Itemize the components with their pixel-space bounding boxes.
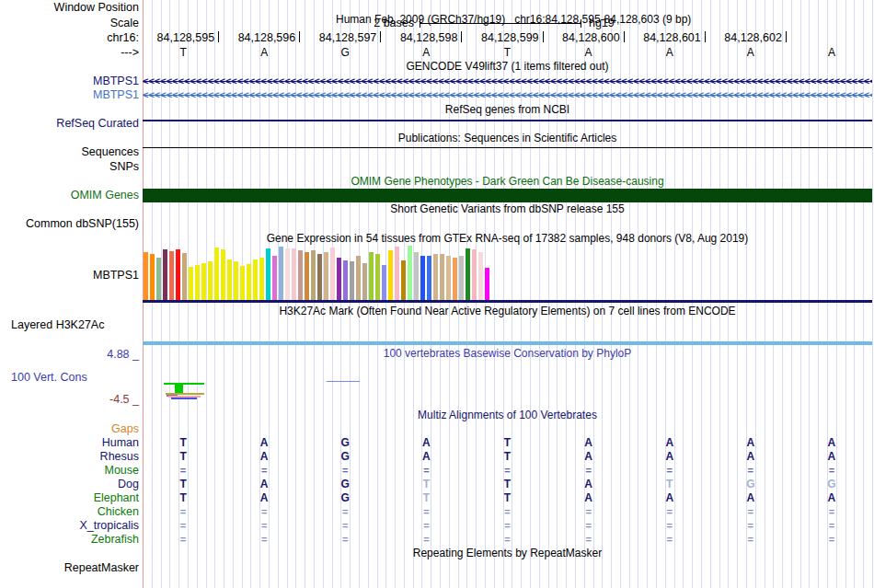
alignment-base-zebrafish[interactable]: = [579,534,599,546]
phylop-score-mark[interactable] [327,381,360,382]
gtex-tissue-bar[interactable] [324,252,328,300]
alignment-base-elephant[interactable]: A [741,492,761,504]
alignment-base-zebrafish[interactable]: = [822,534,842,546]
alignment-base-zebrafish[interactable]: = [335,534,355,546]
track-label-layered-h3k27ac[interactable]: Layered H3K27Ac [11,319,104,331]
alignment-base-dog[interactable]: A [254,478,274,490]
alignment-base-x_tropicalis[interactable]: = [741,520,761,532]
gtex-tissue-bar[interactable] [427,256,431,300]
gtex-tissue-bar[interactable] [440,254,444,300]
gtex-tissue-bar[interactable] [150,254,155,300]
gtex-tissue-bar[interactable] [259,258,264,300]
gtex-tissue-bar[interactable] [369,252,374,300]
gtex-tissue-bar[interactable] [472,249,477,300]
alignment-base-rhesus[interactable]: A [822,451,842,463]
alignment-base-zebrafish[interactable]: = [416,534,436,546]
track-label-omim-genes[interactable]: OMIM Genes [0,190,139,202]
gtex-tissue-bar[interactable] [169,251,174,300]
layered-h3k27ac-signal-bar[interactable] [143,341,872,345]
alignment-base-elephant[interactable]: A [660,492,680,504]
alignment-base-elephant[interactable]: A [579,492,599,504]
alignment-base-x_tropicalis[interactable]: = [579,520,599,532]
gtex-tissue-bar[interactable] [388,250,393,300]
gtex-tissue-bar[interactable] [362,263,367,300]
track-label-common-dbsnp-155-[interactable]: Common dbSNP(155) [0,218,139,230]
gtex-tissue-bar[interactable] [311,250,316,300]
gtex-tissue-bar[interactable] [247,264,251,300]
track-label-4-88-[interactable]: 4.88 _ [0,349,139,361]
phylop-score-mark[interactable] [164,383,204,385]
alignment-base-dog[interactable]: G [741,478,761,490]
gtex-tissue-bar[interactable] [182,253,187,300]
track-label-zebrafish[interactable]: Zebrafish [0,534,139,546]
track-label-elephant[interactable]: Elephant [0,492,139,504]
alignment-base-elephant[interactable]: A [822,492,842,504]
alignment-base-mouse[interactable]: = [498,465,518,477]
alignment-base-dog[interactable]: G [335,478,355,490]
track-label--4-5-[interactable]: -4.5 _ [0,394,139,406]
alignment-base-dog[interactable]: T [416,478,436,490]
gtex-tissue-bar[interactable] [485,268,489,300]
alignment-base-mouse[interactable]: = [173,465,193,477]
gtex-tissue-bar[interactable] [195,265,200,300]
alignment-base-x_tropicalis[interactable]: = [498,520,518,532]
alignment-base-mouse[interactable]: = [822,465,842,477]
alignment-base-human[interactable]: T [498,437,518,449]
gtex-tissue-bar[interactable] [279,247,283,300]
gtex-tissue-bar[interactable] [478,252,483,300]
alignment-base-chicken[interactable]: = [335,506,355,518]
alignment-base-rhesus[interactable]: A [416,451,436,463]
alignment-base-dog[interactable]: T [498,478,518,490]
gtex-tissue-bar[interactable] [240,266,245,300]
track-label-scale[interactable]: Scale [0,17,139,29]
gtex-tissue-bar[interactable] [214,248,219,300]
track-label-100-vert-cons[interactable]: 100 Vert. Cons [11,372,87,384]
alignment-base-elephant[interactable]: A [254,492,274,504]
gtex-tissue-bar[interactable] [453,258,457,300]
alignment-base-chicken[interactable]: = [416,506,436,518]
gtex-tissue-bar[interactable] [395,247,399,300]
gtex-tissue-bar[interactable] [408,246,412,300]
alignment-base-chicken[interactable]: = [660,506,680,518]
gtex-tissue-bar[interactable] [343,260,348,300]
gtex-tissue-bar[interactable] [189,267,193,300]
alignment-base-human[interactable]: A [579,437,599,449]
track-label-repeatmasker[interactable]: RepeatMasker [0,562,139,574]
track-label-mbtps1[interactable]: MBTPS1 [0,75,139,87]
gtex-tissue-bar[interactable] [221,249,225,300]
gtex-tissue-bar[interactable] [337,258,341,300]
omim-gene-phenotype-bar[interactable] [143,189,872,202]
alignment-base-rhesus[interactable]: A [579,451,599,463]
gtex-tissue-bar[interactable] [208,261,213,300]
alignment-base-x_tropicalis[interactable]: = [254,520,274,532]
alignment-base-rhesus[interactable]: G [335,451,355,463]
alignment-base-x_tropicalis[interactable]: = [822,520,842,532]
alignment-base-mouse[interactable]: = [741,465,761,477]
alignment-base-elephant[interactable]: G [335,492,355,504]
alignment-base-dog[interactable]: G [822,478,842,490]
track-label-snps[interactable]: SNPs [0,161,139,173]
alignment-base-x_tropicalis[interactable]: = [660,520,680,532]
alignment-base-mouse[interactable]: = [660,465,680,477]
alignment-base-human[interactable]: T [173,437,193,449]
track-label-mbtps1[interactable]: MBTPS1 [0,270,139,282]
publications-sequences-track-line[interactable] [143,147,872,148]
phylop-score-mark[interactable] [171,398,197,399]
alignment-base-x_tropicalis[interactable]: = [173,520,193,532]
gtex-tissue-bar[interactable] [176,249,180,300]
alignment-base-mouse[interactable]: = [579,465,599,477]
alignment-base-x_tropicalis[interactable]: = [335,520,355,532]
alignment-base-human[interactable]: G [335,437,355,449]
alignment-base-elephant[interactable]: T [416,492,436,504]
track-label-x-tropicalis[interactable]: X_tropicalis [0,520,139,532]
gtex-tissue-bar[interactable] [144,252,148,300]
gtex-tissue-bar[interactable] [292,248,296,300]
track-label-chicken[interactable]: Chicken [0,506,139,518]
alignment-base-human[interactable]: A [416,437,436,449]
alignment-base-rhesus[interactable]: T [173,451,193,463]
gtex-tissue-bar[interactable] [156,258,161,300]
alignment-base-mouse[interactable]: = [254,465,274,477]
gtex-tissue-bar[interactable] [414,252,419,300]
alignment-base-chicken[interactable]: = [498,506,518,518]
gtex-tissue-bar[interactable] [266,248,270,300]
